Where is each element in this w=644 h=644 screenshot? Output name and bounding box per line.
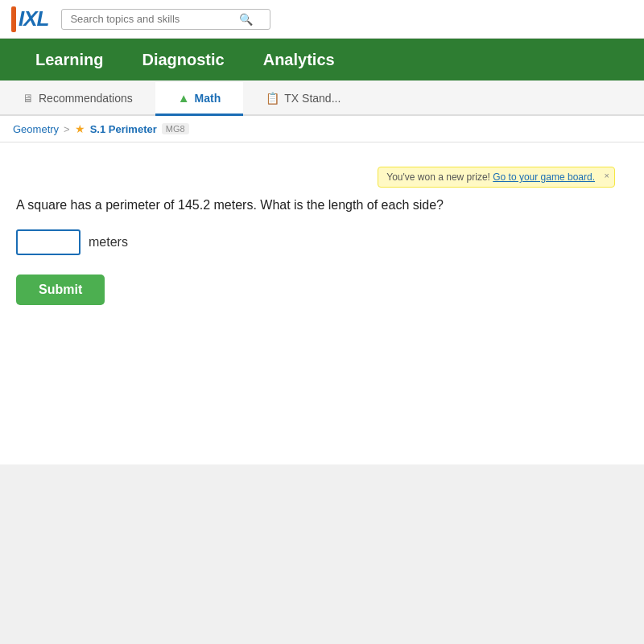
prize-notification: You've won a new prize! Go to your game …	[378, 167, 615, 188]
search-input[interactable]	[70, 13, 239, 25]
breadcrumb-separator: >	[64, 123, 70, 135]
units-label: meters	[89, 235, 128, 250]
nav-bar: Learning Diagnostic Analytics	[0, 39, 644, 80]
answer-row: meters	[16, 229, 628, 255]
top-bar: IXL 🔍	[0, 0, 644, 39]
submit-button[interactable]: Submit	[16, 275, 105, 305]
prize-text: You've won a new prize!	[386, 171, 490, 183]
breadcrumb-section[interactable]: Geometry	[13, 123, 59, 135]
ixl-logo[interactable]: IXL	[11, 6, 48, 32]
breadcrumb-skill: S.1 Perimeter	[90, 123, 157, 135]
tab-math[interactable]: ▲ Math	[155, 82, 244, 116]
breadcrumb: Geometry > ★ S.1 Perimeter MG8	[0, 116, 644, 142]
tx-standards-icon: 📋	[266, 92, 279, 105]
prize-link[interactable]: Go to your game board.	[493, 171, 595, 183]
nav-item-analytics[interactable]: Analytics	[244, 39, 354, 80]
tabs-bar: 🖥 Recommendations ▲ Math 📋 TX Stand...	[0, 80, 644, 116]
question-text: A square has a perimeter of 145.2 meters…	[16, 196, 628, 215]
notification-row: You've won a new prize! Go to your game …	[16, 159, 628, 188]
bottom-area	[0, 464, 644, 644]
main-content: You've won a new prize! Go to your game …	[0, 142, 644, 464]
tab-recommendations[interactable]: 🖥 Recommendations	[0, 82, 155, 116]
search-bar[interactable]: 🔍	[61, 9, 270, 30]
answer-input[interactable]	[16, 229, 80, 255]
tab-tx-standards[interactable]: 📋 TX Stand...	[243, 82, 363, 116]
logo-text: IXL	[19, 6, 48, 31]
prize-close-icon[interactable]: ×	[605, 171, 609, 180]
logo-bar-icon	[11, 6, 16, 32]
recommendations-icon: 🖥	[23, 92, 34, 105]
nav-item-learning[interactable]: Learning	[16, 39, 122, 80]
breadcrumb-star-icon: ★	[75, 122, 85, 135]
search-icon: 🔍	[239, 13, 253, 26]
nav-item-diagnostic[interactable]: Diagnostic	[122, 39, 243, 80]
breadcrumb-badge: MG8	[162, 123, 189, 134]
math-icon: ▲	[178, 91, 190, 105]
